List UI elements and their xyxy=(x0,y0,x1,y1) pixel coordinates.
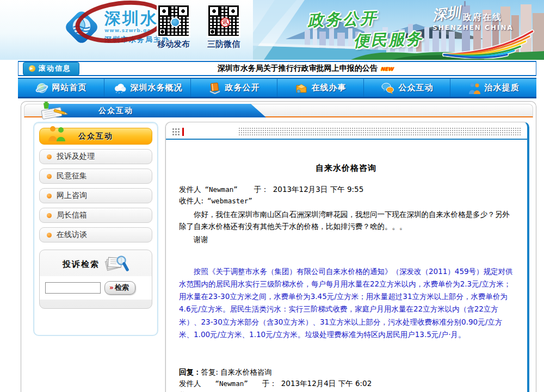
bullet-icon xyxy=(47,233,52,238)
search-button-label: 检索 xyxy=(115,283,129,293)
qr-mobile: 移动发布 xyxy=(157,4,190,49)
folder-icon xyxy=(295,82,308,94)
sidebar: 公众互动 投诉及处理 民意征集 网上咨询 局长信箱 xyxy=(33,122,158,336)
nav-label: 政务公开 xyxy=(225,83,260,93)
site-header: 政务公开 便民服务 深圳 政府在线 SHENZHEN CHINA xyxy=(0,0,544,60)
chat-icon xyxy=(381,82,395,94)
reply-subject: 回复：答复: 自来水价格咨询 xyxy=(179,366,513,378)
qr-code-mobile-image xyxy=(157,4,190,38)
official-answer: 按照《关于调整市水务（集团）有限公司自来水价格的通知》（深发改（2011）459… xyxy=(179,265,513,341)
wing-icon xyxy=(438,28,539,59)
new-badge: NEW xyxy=(381,66,394,72)
ticker-bar: ▶ 滚动信息 深圳市水务局关于推行行政审批网上申报的公告NEW xyxy=(18,61,536,76)
nav-item-home[interactable]: 网站首页 xyxy=(18,79,104,97)
nav-item-overview[interactable]: 深圳水务概况 xyxy=(104,79,191,97)
message-meta-from: 发件人“Newman”于：2013年12月3日 下午 9:55 xyxy=(179,184,513,196)
sidebar-item-consult[interactable]: 网上咨询 xyxy=(39,188,152,203)
gov-logo-script: 深圳 xyxy=(431,3,461,24)
content-panel: 自来水价格咨询 发件人“Newman”于：2013年12月3日 下午 9:55 … xyxy=(165,122,529,392)
message-paragraph: 你好，我住在深圳市南山区白石洲深圳湾畔花园，我想问一下现在深圳的自来水价格是多少… xyxy=(179,208,513,233)
bullet-icon xyxy=(47,174,52,179)
ticker-label: 滚动信息 xyxy=(39,64,71,73)
sent-value: 2013年12月3日 下午 9:55 xyxy=(273,185,364,194)
message-thread: 自来水价格咨询 发件人“Newman”于：2013年12月3日 下午 9:55 … xyxy=(166,161,527,392)
qr-center-logo-red: 讯 xyxy=(220,17,230,27)
sent-label: 于： xyxy=(254,185,269,194)
reply-subject-text: 答复: 自来水价格咨询 xyxy=(201,368,272,376)
reply-block: 回复：答复: 自来水价格咨询 发件人“Newman”于：2013年12月4日 下… xyxy=(179,366,513,392)
nav-item-public-interaction[interactable]: 公众互动 xyxy=(364,79,450,97)
sidebar-title: 公众互动 xyxy=(78,132,113,141)
shenzhen-gov-online-logo: 深圳 政府在线 SHENZHEN CHINA xyxy=(432,4,541,32)
from-label: 发件人 xyxy=(179,379,201,388)
reply-meta-from: 发件人“Newman”于：2013年12月4日 下午 6:02 xyxy=(179,378,513,390)
nav-item-water-quality[interactable]: 治水提质 xyxy=(450,79,536,97)
reply-label: 回复： xyxy=(179,368,201,376)
qr-wechat-label: 三防微信 xyxy=(207,39,240,49)
announcement-link[interactable]: 深圳市水务局关于推行行政审批网上申报的公告 xyxy=(218,64,378,72)
sidebar-header: 公众互动 xyxy=(39,128,152,145)
bullet-icon xyxy=(47,213,52,218)
qr-wechat: 讯 三防微信 xyxy=(207,4,240,49)
nav-label: 治水提质 xyxy=(485,83,520,93)
to-value: “webmaster” xyxy=(207,197,252,205)
sent-value: 2013年12月4日 下午 6:02 xyxy=(281,379,372,388)
sidebar-item-label: 网上咨询 xyxy=(57,191,87,201)
from-label: 发件人 xyxy=(179,185,201,194)
sidebar-item-complaints[interactable]: 投诉及处理 xyxy=(39,149,152,164)
search-row: » 检索 xyxy=(40,276,152,300)
sidebar-item-label: 民意征集 xyxy=(57,171,87,181)
sidebar-item-interview[interactable]: 在线访谈 xyxy=(39,227,152,242)
sidebar-box: 公众互动 投诉及处理 民意征集 网上咨询 局长信箱 xyxy=(33,122,158,336)
section-banner: 公众互动 xyxy=(48,104,266,117)
bullet-icon xyxy=(47,154,52,159)
slogan-line1: 政务公开 xyxy=(307,8,378,32)
play-icon: ▶ xyxy=(29,65,35,72)
from-value: “Newman” xyxy=(205,185,238,194)
qr-center-logo-blue xyxy=(170,17,180,27)
book-icon xyxy=(208,82,221,94)
sidebar-item-label: 在线访谈 xyxy=(57,230,87,240)
nav-label: 深圳水务概况 xyxy=(131,83,183,93)
section-header-bar: 公众互动 xyxy=(24,104,533,117)
ticker-button[interactable]: ▶ 滚动信息 xyxy=(23,62,79,76)
nav-item-online-services[interactable]: 在线办事 xyxy=(277,79,364,97)
globe-icon xyxy=(35,82,48,95)
magnifier-documents-icon xyxy=(102,253,129,275)
grid-icon xyxy=(172,128,180,135)
sidebar-item-label: 局长信箱 xyxy=(57,210,87,220)
main-nav: 网站首页 深圳水务概况 政务公开 在线办事 xyxy=(18,78,536,98)
bullet-icon xyxy=(47,194,52,198)
gov-logo-cn: 政府在线 xyxy=(463,12,502,23)
from-value: “Newman” xyxy=(215,379,248,388)
people-icon xyxy=(468,82,481,94)
sent-label: 于： xyxy=(262,379,277,388)
cloud-icon xyxy=(113,82,127,94)
dotted-divider xyxy=(238,127,521,136)
search-input[interactable] xyxy=(45,282,101,294)
message-title: 自来水价格咨询 xyxy=(179,161,513,175)
nav-label: 在线办事 xyxy=(312,83,347,93)
red-bar-icon xyxy=(182,128,184,136)
search-title: 投诉检索 xyxy=(63,259,100,270)
double-arrow-icon: » xyxy=(109,284,113,291)
sidebar-item-label: 投诉及处理 xyxy=(57,152,95,161)
to-label: 收件人: xyxy=(179,196,203,205)
page-frame: 公众互动 公众互动 xyxy=(21,101,536,392)
message-thanks: 谢谢 xyxy=(179,233,513,245)
nav-label: 公众互动 xyxy=(399,83,434,93)
sidebar-item-opinion[interactable]: 民意征集 xyxy=(39,169,152,184)
two-people-icon xyxy=(46,125,68,141)
slogan-line2: 便民服务 xyxy=(353,28,423,52)
search-button[interactable]: » 检索 xyxy=(104,281,135,295)
qr-code-wechat-image: 讯 xyxy=(207,4,240,38)
notebook-pencil-icon xyxy=(39,101,69,120)
nav-item-gov-affairs[interactable]: 政务公开 xyxy=(191,79,277,97)
message-meta-to: 收件人:“webmaster” xyxy=(179,195,513,207)
qr-mobile-label: 移动发布 xyxy=(157,39,190,49)
section-title: 公众互动 xyxy=(98,106,133,116)
complaint-search-card: 投诉检索 xyxy=(39,250,152,309)
reply-meta-to: 收件人:“webmaster” xyxy=(179,390,513,392)
content-header xyxy=(166,127,527,140)
sidebar-item-mailbox[interactable]: 局长信箱 xyxy=(39,208,152,223)
